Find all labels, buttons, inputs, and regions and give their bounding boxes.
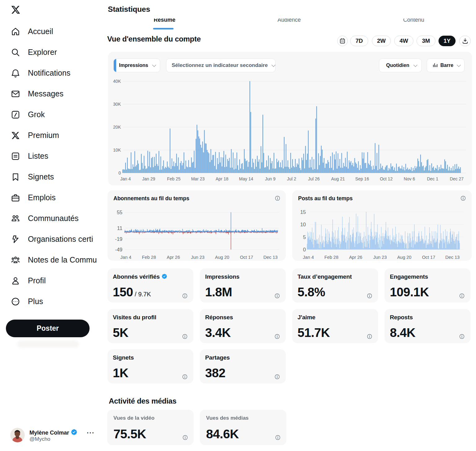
- svg-text:20K: 20K: [113, 125, 121, 130]
- svg-text:Jul 2: Jul 2: [287, 176, 296, 181]
- svg-text:Jan 4: Jan 4: [120, 176, 131, 181]
- svg-text:Aug 21: Aug 21: [331, 176, 345, 181]
- svg-text:10: 10: [300, 222, 306, 227]
- svg-text:Mar 23: Mar 23: [191, 176, 205, 181]
- svg-text:Jun 23: Jun 23: [191, 255, 205, 260]
- svg-text:15: 15: [300, 209, 306, 215]
- svg-text:Jan 4: Jan 4: [303, 255, 314, 260]
- svg-text:Aug 20: Aug 20: [215, 255, 229, 260]
- svg-text:May 14: May 14: [239, 176, 253, 181]
- svg-text:10K: 10K: [113, 148, 121, 153]
- svg-text:Feb 25: Feb 25: [167, 176, 181, 181]
- svg-text:0: 0: [303, 247, 306, 252]
- svg-text:Apr 18: Apr 18: [216, 176, 228, 181]
- svg-text:Feb 28: Feb 28: [142, 255, 156, 260]
- svg-text:Dec 1: Dec 1: [427, 176, 439, 181]
- svg-text:Oct 12: Oct 12: [380, 176, 393, 181]
- svg-text:Oct 17: Oct 17: [240, 255, 253, 260]
- svg-text:-19: -19: [115, 236, 122, 242]
- svg-text:Jun 23: Jun 23: [373, 255, 387, 260]
- svg-text:Dec 13: Dec 13: [445, 255, 460, 260]
- svg-text:30K: 30K: [113, 102, 121, 107]
- svg-text:Jun 9: Jun 9: [265, 176, 275, 181]
- svg-text:Dec 27: Dec 27: [450, 176, 464, 181]
- svg-text:Jan 4: Jan 4: [120, 255, 131, 260]
- svg-text:-49: -49: [115, 247, 122, 252]
- svg-text:Dec 13: Dec 13: [263, 255, 278, 260]
- svg-text:Jan 29: Jan 29: [142, 176, 155, 181]
- svg-text:Sep 16: Sep 16: [355, 176, 369, 181]
- svg-text:Apr 26: Apr 26: [349, 255, 362, 260]
- svg-text:11: 11: [117, 225, 122, 231]
- svg-text:5: 5: [303, 234, 306, 240]
- svg-text:Oct 17: Oct 17: [422, 255, 435, 260]
- svg-text:Jul 26: Jul 26: [308, 176, 320, 181]
- svg-text:Apr 26: Apr 26: [167, 255, 180, 260]
- svg-text:Aug 20: Aug 20: [397, 255, 412, 260]
- svg-text:0: 0: [118, 170, 121, 175]
- svg-text:40K: 40K: [113, 79, 121, 84]
- svg-text:55: 55: [117, 210, 122, 215]
- svg-text:Nov 6: Nov 6: [404, 176, 415, 181]
- svg-text:Feb 28: Feb 28: [324, 255, 338, 260]
